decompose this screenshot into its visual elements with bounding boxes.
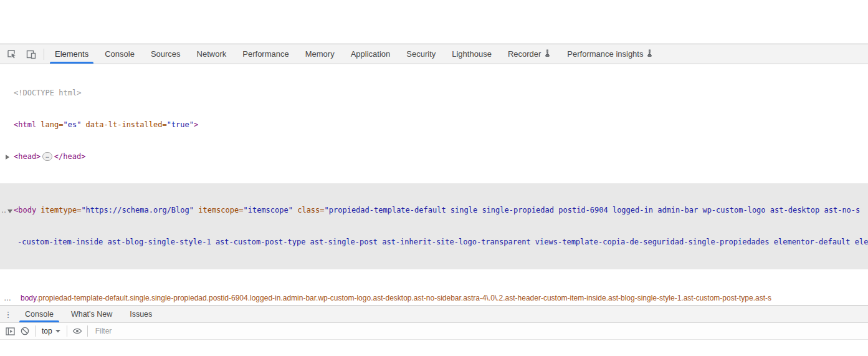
- blank-page-area: [0, 0, 868, 44]
- tab-recorder[interactable]: Recorder: [500, 44, 559, 64]
- console-log-jqmigrate: JQMIGRATE: Migrate is installed, version…: [0, 340, 868, 356]
- tab-application[interactable]: Application: [343, 44, 399, 64]
- console-sidebar-toggle-icon[interactable]: [2, 324, 17, 339]
- experiment-flask-icon: [544, 49, 551, 59]
- tab-security[interactable]: Security: [398, 44, 444, 64]
- dom-node-html[interactable]: <html lang="es" data-lt-installed="true"…: [0, 120, 868, 130]
- collapsed-content-ellipsis-button[interactable]: …: [42, 152, 52, 161]
- toolbar-separator: [67, 325, 67, 337]
- toolbar-separator: [44, 49, 44, 60]
- expand-arrow-icon[interactable]: [6, 155, 9, 160]
- console-drawer: ⋮ Console What's New Issues to: [0, 305, 868, 356]
- javascript-context-selector[interactable]: top: [38, 327, 64, 335]
- elements-breadcrumb-bar: … body.propiedad-template-default.single…: [0, 291, 868, 305]
- toolbar-left-icons: [0, 44, 41, 64]
- dom-node-doctype[interactable]: <!DOCTYPE html>: [0, 88, 868, 99]
- tab-console[interactable]: Console: [97, 44, 143, 64]
- console-messages: JQMIGRATE: Migrate is installed, version…: [0, 340, 868, 356]
- tab-elements[interactable]: Elements: [47, 44, 97, 64]
- drawer-tab-whats-new[interactable]: What's New: [62, 306, 121, 322]
- dom-node-head[interactable]: <head>…</head>: [0, 152, 868, 162]
- tab-sources[interactable]: Sources: [143, 44, 189, 64]
- tab-lighthouse[interactable]: Lighthouse: [444, 44, 500, 64]
- console-filter-input[interactable]: [95, 327, 282, 335]
- drawer-tab-bar: ⋮ Console What's New Issues: [0, 306, 868, 323]
- tab-performance-insights[interactable]: Performance insights: [559, 44, 661, 64]
- console-toolbar: top: [0, 323, 868, 340]
- drawer-tab-issues[interactable]: Issues: [121, 306, 161, 322]
- inspect-element-icon[interactable]: [4, 47, 19, 62]
- tab-network[interactable]: Network: [189, 44, 235, 64]
- devtools-panel: Elements Console Sources Network Perform…: [0, 44, 868, 356]
- live-expression-eye-icon[interactable]: [70, 324, 85, 339]
- dom-node-body-selected[interactable]: ‥<body itemtype="https://schema.org/Blog…: [0, 183, 868, 269]
- devtools-main-toolbar: Elements Console Sources Network Perform…: [0, 44, 868, 64]
- tab-memory[interactable]: Memory: [297, 44, 343, 64]
- drawer-menu-kebab-icon[interactable]: ⋮: [0, 306, 16, 322]
- toolbar-separator: [87, 325, 88, 337]
- tab-performance[interactable]: Performance: [234, 44, 297, 64]
- breadcrumb-body-item[interactable]: body.propiedad-template-default.single.s…: [21, 294, 771, 302]
- chevron-down-icon: [55, 330, 60, 333]
- drawer-tab-console[interactable]: Console: [16, 306, 62, 322]
- experiment-flask-icon: [646, 49, 653, 59]
- collapse-arrow-icon[interactable]: [7, 209, 12, 213]
- breadcrumb-overflow-button[interactable]: …: [4, 294, 12, 302]
- device-toolbar-icon[interactable]: [24, 47, 39, 62]
- clear-console-icon[interactable]: [17, 324, 32, 339]
- elements-dom-tree: <!DOCTYPE html> <html lang="es" data-lt-…: [0, 64, 868, 291]
- toolbar-separator: [35, 325, 36, 337]
